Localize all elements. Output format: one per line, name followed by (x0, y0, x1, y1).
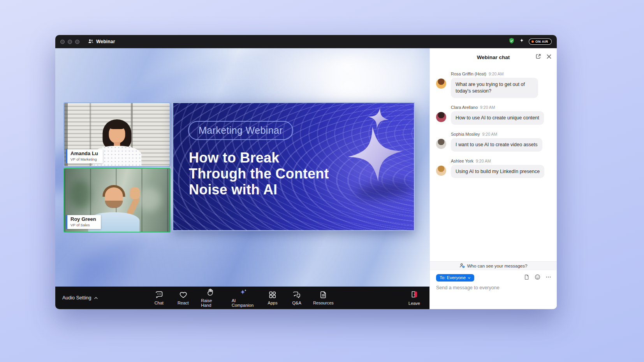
webinar-stage: Amanda Lu VP of Marketing (55, 48, 429, 287)
audio-setting-button[interactable]: Audio Setting (62, 295, 98, 301)
chat-message: Rosa Griffin (Host)9:20 AM What are you … (436, 72, 551, 98)
meeting-toolbar: Audio Setting Chat (55, 287, 429, 309)
to-everyone-selector[interactable]: To: Everyone (436, 274, 474, 282)
slide-badge: Marketing Webinar (188, 121, 293, 140)
chat-label: Chat (155, 301, 164, 305)
ai-sparkle-icon[interactable] (519, 38, 524, 45)
message-time: 9:20 AM (482, 132, 498, 136)
participant-name: Amanda Lu (70, 151, 98, 157)
video-tile-roy[interactable]: Roy Green VP of Sales (63, 168, 171, 233)
resources-label: Resources (313, 301, 334, 305)
emoji-icon[interactable] (535, 274, 540, 282)
message-author: Ashlee York (451, 159, 473, 163)
nametag-roy: Roy Green VP of Sales (66, 215, 101, 229)
raise-hand-button[interactable]: Raise Hand (197, 287, 224, 309)
message-time: 9:20 AM (480, 105, 495, 110)
message-bubble: Using AI to build my LinkedIn presence (451, 165, 544, 178)
window-title: Webinar (96, 39, 115, 44)
ai-companion-label: AI Companion (232, 298, 255, 308)
heart-icon (179, 290, 187, 299)
ai-companion-icon (239, 288, 248, 297)
chevron-up-icon (94, 295, 98, 301)
on-air-dot-icon (531, 40, 534, 43)
on-air-badge: ON AIR (529, 38, 552, 45)
chat-footer: Who can see your messages? To: Everyone (430, 261, 557, 310)
popout-chat-icon[interactable] (535, 54, 541, 61)
leave-label: Leave (408, 301, 420, 306)
message-input[interactable]: Send a message to everyone (430, 282, 557, 290)
avatar-clara-arellano (436, 112, 446, 122)
close-window-button[interactable] (60, 40, 65, 44)
resources-document-icon (319, 290, 327, 299)
chat-icon (155, 290, 163, 299)
avatar-ashlee-york (436, 166, 446, 176)
message-time: 9:20 AM (489, 72, 504, 76)
apps-button[interactable]: Apps (262, 287, 283, 309)
audio-setting-label: Audio Setting (62, 295, 91, 301)
to-selector-label: To: Everyone (440, 276, 466, 280)
maximize-window-button[interactable] (75, 40, 79, 44)
on-air-label: ON AIR (535, 40, 548, 44)
qa-bubbles-icon (292, 290, 301, 299)
react-label: React (178, 301, 189, 305)
titlebar: Webinar ON AIR (55, 35, 557, 48)
app-title: Webinar (88, 38, 115, 45)
message-author: Clara Arellano (451, 105, 478, 110)
privacy-notice[interactable]: Who can see your messages? (430, 261, 557, 270)
qa-button[interactable]: Q&A (287, 287, 307, 309)
minimize-window-button[interactable] (68, 40, 72, 44)
leave-door-icon (410, 290, 419, 299)
chat-panel: Webinar chat Rosa Griffin (Host)9:20 AM (429, 48, 557, 309)
participant-name: Roy Green (70, 217, 96, 222)
message-author: Sophia Mosiley (451, 132, 480, 136)
avatar-rosa-griffin (436, 79, 446, 89)
slide-star-shape (366, 106, 391, 130)
chat-message-list: Rosa Griffin (Host)9:20 AM What are you … (430, 66, 557, 261)
more-options-icon[interactable] (545, 274, 551, 282)
chat-message: Sophia Mosiley9:20 AM I want to use AI t… (436, 132, 551, 152)
privacy-notice-label: Who can see your messages? (467, 264, 528, 268)
ai-companion-button[interactable]: AI Companion (228, 287, 259, 309)
message-bubble: I want to use AI to create video assets (451, 138, 542, 152)
apps-label: Apps (268, 301, 278, 305)
participant-role: VP of Sales (70, 223, 96, 227)
webinar-window: Webinar ON AIR (55, 35, 557, 309)
encryption-shield-icon[interactable] (509, 38, 515, 45)
caret-down-icon (468, 276, 471, 280)
close-chat-icon[interactable] (546, 54, 552, 61)
webinar-people-icon (88, 38, 93, 45)
avatar-sophia-mosiley (436, 139, 446, 149)
resources-button[interactable]: Resources (311, 287, 336, 309)
chat-message: Ashlee York9:20 AM Using AI to build my … (436, 159, 551, 178)
qa-label: Q&A (292, 301, 301, 305)
people-privacy-icon (459, 263, 465, 269)
chat-header: Webinar chat (430, 48, 557, 66)
message-bubble: What are you trying to get out of today'… (451, 78, 538, 98)
raise-hand-label: Raise Hand (201, 298, 220, 308)
apps-icon (268, 290, 277, 299)
message-author: Rosa Griffin (Host) (451, 72, 486, 76)
react-button[interactable]: React (173, 287, 193, 309)
window-controls (60, 40, 79, 44)
message-time: 9:20 AM (476, 159, 491, 163)
slide-title: How to Break Through the Content Noise w… (189, 150, 329, 198)
attach-file-icon[interactable] (524, 274, 530, 282)
leave-button[interactable]: Leave (408, 287, 420, 309)
chat-message: Clara Arellano9:20 AM How to use AI to c… (436, 105, 551, 125)
presentation-slide: Marketing Webinar How to Break Through t… (172, 102, 415, 231)
chat-panel-title: Webinar chat (477, 54, 510, 60)
slide-star-shape (345, 124, 406, 184)
message-bubble: How to use AI to create unique content (451, 111, 544, 125)
raise-hand-icon (206, 288, 215, 297)
participant-role: VP of Marketing (70, 157, 98, 161)
video-tile-amanda[interactable]: Amanda Lu VP of Marketing (63, 102, 171, 167)
chat-button[interactable]: Chat (149, 287, 169, 309)
nametag-amanda: Amanda Lu VP of Marketing (66, 149, 103, 163)
